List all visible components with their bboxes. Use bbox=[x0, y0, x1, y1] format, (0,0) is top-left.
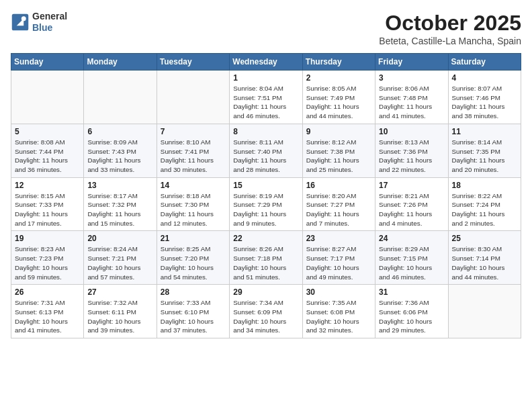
calendar-cell: 31Sunrise: 7:36 AM Sunset: 6:06 PM Dayli… bbox=[375, 285, 448, 338]
calendar-cell: 9Sunrise: 8:12 AM Sunset: 7:38 PM Daylig… bbox=[302, 124, 375, 177]
location-subtitle: Beteta, Castille-La Mancha, Spain bbox=[379, 36, 521, 46]
day-number: 24 bbox=[379, 234, 444, 243]
day-info: Sunrise: 7:31 AM Sunset: 6:13 PM Dayligh… bbox=[15, 298, 80, 335]
calendar-cell bbox=[448, 285, 521, 338]
day-info: Sunrise: 8:30 AM Sunset: 7:14 PM Dayligh… bbox=[452, 244, 517, 281]
day-number: 4 bbox=[452, 73, 517, 83]
day-header-sunday: Sunday bbox=[11, 54, 84, 71]
calendar-cell: 29Sunrise: 7:34 AM Sunset: 6:09 PM Dayli… bbox=[230, 285, 302, 338]
calendar-cell: 26Sunrise: 7:31 AM Sunset: 6:13 PM Dayli… bbox=[11, 285, 84, 338]
day-info: Sunrise: 8:17 AM Sunset: 7:32 PM Dayligh… bbox=[87, 191, 152, 228]
day-info: Sunrise: 7:32 AM Sunset: 6:11 PM Dayligh… bbox=[87, 298, 152, 335]
day-number: 18 bbox=[452, 181, 517, 190]
calendar-cell: 13Sunrise: 8:17 AM Sunset: 7:32 PM Dayli… bbox=[84, 177, 157, 231]
day-number: 28 bbox=[161, 287, 226, 297]
day-info: Sunrise: 8:27 AM Sunset: 7:17 PM Dayligh… bbox=[306, 244, 371, 281]
day-info: Sunrise: 8:20 AM Sunset: 7:27 PM Dayligh… bbox=[306, 191, 371, 228]
calendar-cell: 17Sunrise: 8:21 AM Sunset: 7:26 PM Dayli… bbox=[375, 177, 448, 231]
day-number: 13 bbox=[87, 181, 152, 190]
day-number: 8 bbox=[233, 127, 298, 136]
header: General Blue October 2025 Beteta, Castil… bbox=[11, 11, 521, 46]
day-info: Sunrise: 8:21 AM Sunset: 7:26 PM Dayligh… bbox=[379, 191, 444, 228]
calendar-cell: 5Sunrise: 8:08 AM Sunset: 7:44 PM Daylig… bbox=[11, 124, 84, 177]
day-number: 27 bbox=[87, 287, 152, 297]
day-info: Sunrise: 8:04 AM Sunset: 7:51 PM Dayligh… bbox=[233, 84, 298, 121]
day-info: Sunrise: 8:08 AM Sunset: 7:44 PM Dayligh… bbox=[15, 138, 80, 175]
day-number: 21 bbox=[161, 234, 226, 243]
svg-point-2 bbox=[21, 16, 26, 21]
day-number: 26 bbox=[15, 287, 80, 297]
day-number: 2 bbox=[306, 73, 371, 83]
day-number: 10 bbox=[379, 127, 444, 136]
day-number: 29 bbox=[233, 287, 298, 297]
calendar-week-row: 19Sunrise: 8:23 AM Sunset: 7:23 PM Dayli… bbox=[11, 231, 521, 285]
month-title: October 2025 bbox=[379, 11, 521, 36]
calendar-cell: 24Sunrise: 8:29 AM Sunset: 7:15 PM Dayli… bbox=[375, 231, 448, 285]
day-header-saturday: Saturday bbox=[448, 54, 521, 71]
calendar-cell: 4Sunrise: 8:07 AM Sunset: 7:46 PM Daylig… bbox=[448, 71, 521, 124]
day-number: 30 bbox=[306, 287, 371, 297]
calendar-header-row: SundayMondayTuesdayWednesdayThursdayFrid… bbox=[11, 54, 521, 71]
day-info: Sunrise: 7:33 AM Sunset: 6:10 PM Dayligh… bbox=[161, 298, 226, 335]
logo-line1: General bbox=[32, 11, 67, 22]
title-area: October 2025 Beteta, Castille-La Mancha,… bbox=[379, 11, 521, 46]
day-number: 19 bbox=[15, 234, 80, 243]
day-number: 20 bbox=[87, 234, 152, 243]
calendar-cell: 6Sunrise: 8:09 AM Sunset: 7:43 PM Daylig… bbox=[84, 124, 157, 177]
day-number: 1 bbox=[233, 73, 298, 83]
calendar-cell: 7Sunrise: 8:10 AM Sunset: 7:41 PM Daylig… bbox=[157, 124, 229, 177]
calendar-cell: 16Sunrise: 8:20 AM Sunset: 7:27 PM Dayli… bbox=[302, 177, 375, 231]
calendar-cell: 12Sunrise: 8:15 AM Sunset: 7:33 PM Dayli… bbox=[11, 177, 84, 231]
day-number: 9 bbox=[306, 127, 371, 136]
day-header-thursday: Thursday bbox=[302, 54, 375, 71]
calendar-cell bbox=[157, 71, 229, 124]
day-info: Sunrise: 7:36 AM Sunset: 6:06 PM Dayligh… bbox=[379, 298, 444, 335]
day-info: Sunrise: 8:19 AM Sunset: 7:29 PM Dayligh… bbox=[233, 191, 298, 228]
logo-icon bbox=[11, 13, 30, 32]
day-header-tuesday: Tuesday bbox=[157, 54, 229, 71]
day-info: Sunrise: 8:22 AM Sunset: 7:24 PM Dayligh… bbox=[452, 191, 517, 228]
calendar-week-row: 12Sunrise: 8:15 AM Sunset: 7:33 PM Dayli… bbox=[11, 177, 521, 231]
calendar-cell: 28Sunrise: 7:33 AM Sunset: 6:10 PM Dayli… bbox=[157, 285, 229, 338]
calendar-week-row: 1Sunrise: 8:04 AM Sunset: 7:51 PM Daylig… bbox=[11, 71, 521, 124]
calendar-cell: 1Sunrise: 8:04 AM Sunset: 7:51 PM Daylig… bbox=[230, 71, 302, 124]
calendar-cell: 20Sunrise: 8:24 AM Sunset: 7:21 PM Dayli… bbox=[84, 231, 157, 285]
day-header-wednesday: Wednesday bbox=[230, 54, 302, 71]
calendar-table: SundayMondayTuesdayWednesdayThursdayFrid… bbox=[11, 53, 521, 338]
day-info: Sunrise: 7:35 AM Sunset: 6:08 PM Dayligh… bbox=[306, 298, 371, 335]
day-info: Sunrise: 8:29 AM Sunset: 7:15 PM Dayligh… bbox=[379, 244, 444, 281]
day-info: Sunrise: 8:13 AM Sunset: 7:36 PM Dayligh… bbox=[379, 138, 444, 175]
calendar-cell: 21Sunrise: 8:25 AM Sunset: 7:20 PM Dayli… bbox=[157, 231, 229, 285]
day-number: 12 bbox=[15, 181, 80, 190]
day-info: Sunrise: 8:05 AM Sunset: 7:49 PM Dayligh… bbox=[306, 84, 371, 121]
calendar-cell bbox=[11, 71, 84, 124]
day-header-friday: Friday bbox=[375, 54, 448, 71]
day-number: 3 bbox=[379, 73, 444, 83]
day-number: 7 bbox=[161, 127, 226, 136]
calendar-week-row: 5Sunrise: 8:08 AM Sunset: 7:44 PM Daylig… bbox=[11, 124, 521, 177]
calendar-cell: 10Sunrise: 8:13 AM Sunset: 7:36 PM Dayli… bbox=[375, 124, 448, 177]
calendar-cell: 30Sunrise: 7:35 AM Sunset: 6:08 PM Dayli… bbox=[302, 285, 375, 338]
calendar-cell: 19Sunrise: 8:23 AM Sunset: 7:23 PM Dayli… bbox=[11, 231, 84, 285]
day-number: 15 bbox=[233, 181, 298, 190]
day-info: Sunrise: 8:11 AM Sunset: 7:40 PM Dayligh… bbox=[233, 138, 298, 175]
day-info: Sunrise: 8:07 AM Sunset: 7:46 PM Dayligh… bbox=[452, 84, 517, 121]
day-info: Sunrise: 8:24 AM Sunset: 7:21 PM Dayligh… bbox=[87, 244, 152, 281]
calendar-cell: 27Sunrise: 7:32 AM Sunset: 6:11 PM Dayli… bbox=[84, 285, 157, 338]
calendar-cell: 23Sunrise: 8:27 AM Sunset: 7:17 PM Dayli… bbox=[302, 231, 375, 285]
day-info: Sunrise: 8:14 AM Sunset: 7:35 PM Dayligh… bbox=[452, 138, 517, 175]
day-number: 31 bbox=[379, 287, 444, 297]
day-info: Sunrise: 8:06 AM Sunset: 7:48 PM Dayligh… bbox=[379, 84, 444, 121]
logo-line2: Blue bbox=[32, 22, 67, 34]
calendar-cell bbox=[84, 71, 157, 124]
day-number: 11 bbox=[452, 127, 517, 136]
day-number: 22 bbox=[233, 234, 298, 243]
day-number: 25 bbox=[452, 234, 517, 243]
day-info: Sunrise: 7:34 AM Sunset: 6:09 PM Dayligh… bbox=[233, 298, 298, 335]
day-info: Sunrise: 8:09 AM Sunset: 7:43 PM Dayligh… bbox=[87, 138, 152, 175]
calendar-cell: 25Sunrise: 8:30 AM Sunset: 7:14 PM Dayli… bbox=[448, 231, 521, 285]
calendar-cell: 22Sunrise: 8:26 AM Sunset: 7:18 PM Dayli… bbox=[230, 231, 302, 285]
day-info: Sunrise: 8:15 AM Sunset: 7:33 PM Dayligh… bbox=[15, 191, 80, 228]
day-info: Sunrise: 8:10 AM Sunset: 7:41 PM Dayligh… bbox=[161, 138, 226, 175]
logo: General Blue bbox=[11, 11, 67, 34]
